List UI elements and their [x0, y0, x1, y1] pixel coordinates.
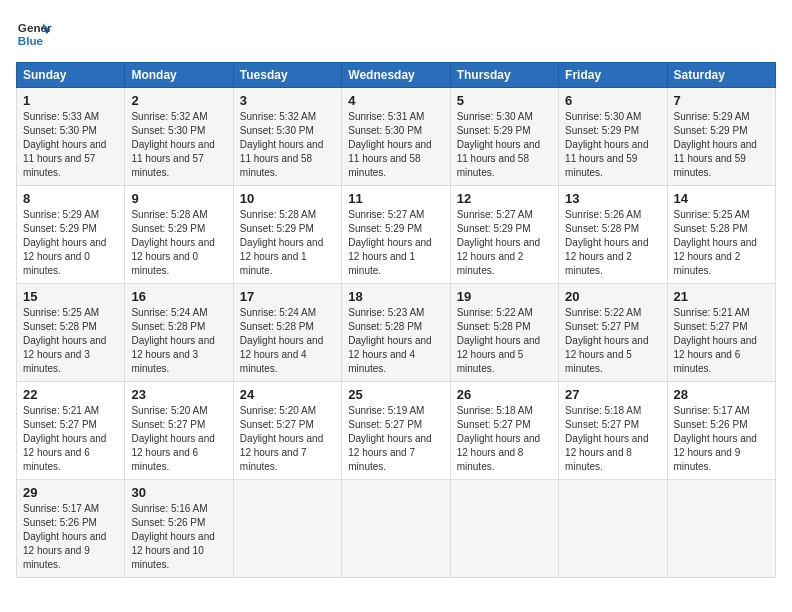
day-info: Sunrise: 5:32 AM Sunset: 5:30 PM Dayligh… [131, 110, 226, 180]
day-number: 21 [674, 289, 769, 304]
day-header-wednesday: Wednesday [342, 63, 450, 88]
day-info: Sunrise: 5:25 AM Sunset: 5:28 PM Dayligh… [23, 306, 118, 376]
calendar-cell [667, 480, 775, 578]
logo-icon: General Blue [16, 16, 52, 52]
calendar-cell: 3 Sunrise: 5:32 AM Sunset: 5:30 PM Dayli… [233, 88, 341, 186]
day-info: Sunrise: 5:29 AM Sunset: 5:29 PM Dayligh… [23, 208, 118, 278]
day-info: Sunrise: 5:24 AM Sunset: 5:28 PM Dayligh… [240, 306, 335, 376]
day-info: Sunrise: 5:18 AM Sunset: 5:27 PM Dayligh… [457, 404, 552, 474]
day-info: Sunrise: 5:27 AM Sunset: 5:29 PM Dayligh… [348, 208, 443, 278]
calendar-cell: 26 Sunrise: 5:18 AM Sunset: 5:27 PM Dayl… [450, 382, 558, 480]
calendar-cell: 4 Sunrise: 5:31 AM Sunset: 5:30 PM Dayli… [342, 88, 450, 186]
calendar-cell: 5 Sunrise: 5:30 AM Sunset: 5:29 PM Dayli… [450, 88, 558, 186]
day-info: Sunrise: 5:28 AM Sunset: 5:29 PM Dayligh… [131, 208, 226, 278]
calendar-week-2: 8 Sunrise: 5:29 AM Sunset: 5:29 PM Dayli… [17, 186, 776, 284]
calendar-cell: 21 Sunrise: 5:21 AM Sunset: 5:27 PM Dayl… [667, 284, 775, 382]
day-header-tuesday: Tuesday [233, 63, 341, 88]
day-number: 16 [131, 289, 226, 304]
calendar-cell [233, 480, 341, 578]
calendar-cell: 22 Sunrise: 5:21 AM Sunset: 5:27 PM Dayl… [17, 382, 125, 480]
day-info: Sunrise: 5:20 AM Sunset: 5:27 PM Dayligh… [131, 404, 226, 474]
logo: General Blue [16, 16, 52, 52]
day-info: Sunrise: 5:21 AM Sunset: 5:27 PM Dayligh… [23, 404, 118, 474]
day-number: 20 [565, 289, 660, 304]
day-number: 6 [565, 93, 660, 108]
calendar-cell: 25 Sunrise: 5:19 AM Sunset: 5:27 PM Dayl… [342, 382, 450, 480]
day-header-saturday: Saturday [667, 63, 775, 88]
calendar-week-1: 1 Sunrise: 5:33 AM Sunset: 5:30 PM Dayli… [17, 88, 776, 186]
day-number: 27 [565, 387, 660, 402]
calendar-cell: 6 Sunrise: 5:30 AM Sunset: 5:29 PM Dayli… [559, 88, 667, 186]
day-number: 25 [348, 387, 443, 402]
calendar-cell: 27 Sunrise: 5:18 AM Sunset: 5:27 PM Dayl… [559, 382, 667, 480]
calendar-cell: 7 Sunrise: 5:29 AM Sunset: 5:29 PM Dayli… [667, 88, 775, 186]
day-number: 12 [457, 191, 552, 206]
day-number: 8 [23, 191, 118, 206]
day-number: 18 [348, 289, 443, 304]
day-info: Sunrise: 5:28 AM Sunset: 5:29 PM Dayligh… [240, 208, 335, 278]
day-number: 3 [240, 93, 335, 108]
calendar-cell: 11 Sunrise: 5:27 AM Sunset: 5:29 PM Dayl… [342, 186, 450, 284]
calendar-cell: 29 Sunrise: 5:17 AM Sunset: 5:26 PM Dayl… [17, 480, 125, 578]
day-number: 13 [565, 191, 660, 206]
calendar-week-3: 15 Sunrise: 5:25 AM Sunset: 5:28 PM Dayl… [17, 284, 776, 382]
calendar-cell: 28 Sunrise: 5:17 AM Sunset: 5:26 PM Dayl… [667, 382, 775, 480]
day-info: Sunrise: 5:19 AM Sunset: 5:27 PM Dayligh… [348, 404, 443, 474]
calendar-cell [559, 480, 667, 578]
calendar-cell: 12 Sunrise: 5:27 AM Sunset: 5:29 PM Dayl… [450, 186, 558, 284]
calendar-cell: 14 Sunrise: 5:25 AM Sunset: 5:28 PM Dayl… [667, 186, 775, 284]
calendar-cell: 19 Sunrise: 5:22 AM Sunset: 5:28 PM Dayl… [450, 284, 558, 382]
calendar-week-5: 29 Sunrise: 5:17 AM Sunset: 5:26 PM Dayl… [17, 480, 776, 578]
calendar-cell: 9 Sunrise: 5:28 AM Sunset: 5:29 PM Dayli… [125, 186, 233, 284]
day-info: Sunrise: 5:20 AM Sunset: 5:27 PM Dayligh… [240, 404, 335, 474]
day-number: 2 [131, 93, 226, 108]
day-header-friday: Friday [559, 63, 667, 88]
day-info: Sunrise: 5:33 AM Sunset: 5:30 PM Dayligh… [23, 110, 118, 180]
calendar-week-4: 22 Sunrise: 5:21 AM Sunset: 5:27 PM Dayl… [17, 382, 776, 480]
day-number: 23 [131, 387, 226, 402]
day-info: Sunrise: 5:18 AM Sunset: 5:27 PM Dayligh… [565, 404, 660, 474]
day-number: 22 [23, 387, 118, 402]
day-info: Sunrise: 5:31 AM Sunset: 5:30 PM Dayligh… [348, 110, 443, 180]
day-info: Sunrise: 5:21 AM Sunset: 5:27 PM Dayligh… [674, 306, 769, 376]
day-number: 28 [674, 387, 769, 402]
calendar-cell [342, 480, 450, 578]
day-info: Sunrise: 5:23 AM Sunset: 5:28 PM Dayligh… [348, 306, 443, 376]
calendar-cell: 8 Sunrise: 5:29 AM Sunset: 5:29 PM Dayli… [17, 186, 125, 284]
day-info: Sunrise: 5:29 AM Sunset: 5:29 PM Dayligh… [674, 110, 769, 180]
day-info: Sunrise: 5:25 AM Sunset: 5:28 PM Dayligh… [674, 208, 769, 278]
day-info: Sunrise: 5:26 AM Sunset: 5:28 PM Dayligh… [565, 208, 660, 278]
day-info: Sunrise: 5:17 AM Sunset: 5:26 PM Dayligh… [23, 502, 118, 572]
day-info: Sunrise: 5:30 AM Sunset: 5:29 PM Dayligh… [457, 110, 552, 180]
calendar-cell: 20 Sunrise: 5:22 AM Sunset: 5:27 PM Dayl… [559, 284, 667, 382]
calendar-header-row: SundayMondayTuesdayWednesdayThursdayFrid… [17, 63, 776, 88]
calendar-cell [450, 480, 558, 578]
day-number: 29 [23, 485, 118, 500]
day-number: 4 [348, 93, 443, 108]
day-info: Sunrise: 5:22 AM Sunset: 5:27 PM Dayligh… [565, 306, 660, 376]
calendar-cell: 15 Sunrise: 5:25 AM Sunset: 5:28 PM Dayl… [17, 284, 125, 382]
day-number: 17 [240, 289, 335, 304]
day-number: 15 [23, 289, 118, 304]
calendar-cell: 1 Sunrise: 5:33 AM Sunset: 5:30 PM Dayli… [17, 88, 125, 186]
calendar-cell: 17 Sunrise: 5:24 AM Sunset: 5:28 PM Dayl… [233, 284, 341, 382]
day-number: 26 [457, 387, 552, 402]
day-number: 7 [674, 93, 769, 108]
day-number: 1 [23, 93, 118, 108]
day-info: Sunrise: 5:17 AM Sunset: 5:26 PM Dayligh… [674, 404, 769, 474]
calendar-cell: 13 Sunrise: 5:26 AM Sunset: 5:28 PM Dayl… [559, 186, 667, 284]
calendar-table: SundayMondayTuesdayWednesdayThursdayFrid… [16, 62, 776, 578]
day-number: 9 [131, 191, 226, 206]
calendar-cell: 16 Sunrise: 5:24 AM Sunset: 5:28 PM Dayl… [125, 284, 233, 382]
calendar-cell: 30 Sunrise: 5:16 AM Sunset: 5:26 PM Dayl… [125, 480, 233, 578]
day-number: 19 [457, 289, 552, 304]
day-info: Sunrise: 5:30 AM Sunset: 5:29 PM Dayligh… [565, 110, 660, 180]
day-header-sunday: Sunday [17, 63, 125, 88]
page-header: General Blue [16, 16, 776, 52]
day-info: Sunrise: 5:27 AM Sunset: 5:29 PM Dayligh… [457, 208, 552, 278]
day-number: 24 [240, 387, 335, 402]
svg-text:Blue: Blue [18, 34, 44, 47]
calendar-cell: 10 Sunrise: 5:28 AM Sunset: 5:29 PM Dayl… [233, 186, 341, 284]
day-info: Sunrise: 5:22 AM Sunset: 5:28 PM Dayligh… [457, 306, 552, 376]
day-header-thursday: Thursday [450, 63, 558, 88]
